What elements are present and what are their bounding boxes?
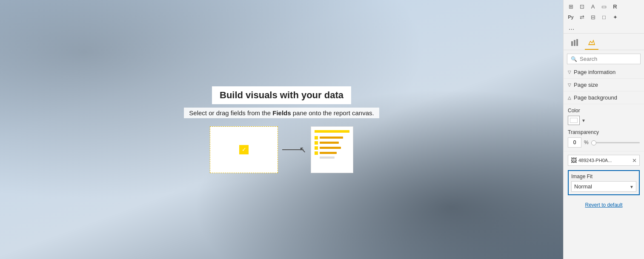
image-fit-section: Image Fit Normal Fit Fill Tile ▼ [568, 170, 640, 195]
vis-card-right [311, 126, 353, 173]
transparency-slider-track[interactable] [591, 142, 640, 143]
list-check-3 [315, 146, 318, 150]
more-options[interactable]: ... [566, 23, 641, 32]
section-page-size[interactable]: ▽ Page size [564, 79, 644, 91]
list-check-2 [315, 141, 318, 145]
format-panel: ⊞ ⊡ A ▭ R Py ⇄ ⊟ □ ✦ ... [563, 0, 644, 259]
illustration: ✓ ↖ [210, 126, 353, 173]
cursor-tool-icon[interactable]: ⊡ [577, 2, 587, 11]
list-spacer [315, 157, 318, 158]
image-fit-select[interactable]: Normal Fit Fill Tile [571, 181, 636, 192]
section-label-page-size: Page size [574, 82, 598, 88]
file-close-button[interactable]: ✕ [632, 157, 637, 164]
transparency-row: % [568, 137, 640, 148]
list-bar-5 [320, 157, 335, 159]
subtitle-box: Select or drag fields from the Fields pa… [184, 109, 379, 117]
arrow-connector: ↖ [282, 145, 306, 155]
transparency-slider-thumb[interactable] [591, 140, 596, 145]
report-canvas: Build visuals with your data Select or d… [0, 0, 563, 259]
section-label-page-background: Page background [574, 94, 617, 101]
revert-to-default-link[interactable]: Revert to default [564, 199, 644, 211]
transparency-pct: % [584, 139, 589, 145]
toolbar-icons: ⊞ ⊡ A ▭ R Py ⇄ ⊟ □ ✦ ... [564, 0, 644, 34]
image-fit-select-wrapper[interactable]: Normal Fit Fill Tile ▼ [571, 181, 636, 192]
list-row-3 [315, 146, 349, 150]
list-row-1 [315, 136, 349, 139]
section-label-page-information: Page information [574, 69, 615, 75]
list-bar-4 [320, 152, 337, 154]
search-input[interactable] [580, 56, 637, 62]
list-bar-1 [320, 137, 343, 139]
color-label: Color [568, 108, 640, 114]
headline-box: Build visuals with your data [212, 86, 351, 104]
svg-rect-0 [571, 41, 573, 46]
section-chevron-page-info: ▽ [568, 70, 571, 74]
box-icon[interactable]: □ [599, 12, 609, 22]
shape-icon[interactable]: ▭ [599, 2, 609, 11]
transparency-input[interactable] [568, 137, 581, 148]
section-chevron-page-bg: △ [568, 95, 571, 100]
color-swatch-button[interactable] [568, 116, 580, 125]
headline-text: Build visuals with your data [220, 90, 343, 100]
list-row-5 [315, 157, 349, 159]
list-row-2 [315, 141, 349, 145]
file-name-text: 489243-PH0A... [578, 158, 630, 163]
search-icon: 🔍 [571, 56, 577, 62]
table-icon[interactable]: ⊟ [588, 12, 598, 22]
icon-row-2: Py ⇄ ⊟ □ ✦ [566, 12, 641, 22]
text-icon[interactable]: A [588, 2, 598, 11]
list-row-4 [315, 151, 349, 155]
checkmark-icon: ✓ [239, 145, 249, 154]
section-page-background[interactable]: △ Page background [564, 91, 644, 104]
list-bar-2 [320, 142, 339, 144]
r-icon[interactable]: R [610, 2, 620, 11]
tab-bar [564, 34, 644, 50]
transparency-label: Transparency [568, 129, 640, 135]
icon-row-1: ⊞ ⊡ A ▭ R [566, 2, 641, 11]
subtitle-text: Select or drag fields from the Fields pa… [184, 108, 379, 118]
list-check-1 [315, 136, 318, 139]
search-box[interactable]: 🔍 [567, 54, 641, 64]
vis-card-left: ✓ [210, 126, 278, 173]
tab-visualizations[interactable] [568, 36, 581, 50]
sparkle-icon[interactable]: ✦ [610, 12, 620, 22]
section-chevron-page-size: ▽ [568, 83, 571, 87]
image-file-row: 🖼 489243-PH0A... ✕ [568, 155, 640, 166]
color-swatch-inner [570, 118, 578, 123]
image-fit-label: Image Fit [571, 174, 636, 179]
arrow-line [282, 149, 303, 150]
card-top-bar [315, 130, 349, 133]
color-picker-row: ▼ [568, 116, 640, 125]
file-image-icon: 🖼 [571, 157, 577, 164]
color-dropdown-chevron[interactable]: ▼ [581, 118, 586, 123]
page-background-content: Color ▼ Transparency % [564, 104, 644, 151]
list-bar-3 [320, 147, 341, 149]
list-check-4 [315, 151, 318, 155]
svg-rect-1 [574, 40, 575, 46]
svg-rect-2 [576, 39, 578, 46]
grid-icon[interactable]: ⊞ [566, 2, 575, 11]
tab-format[interactable] [585, 36, 598, 50]
python-icon[interactable]: Py [566, 12, 575, 22]
section-page-information[interactable]: ▽ Page information [564, 66, 644, 79]
canvas-content: Build visuals with your data Select or d… [184, 86, 379, 173]
exchange-icon[interactable]: ⇄ [577, 12, 587, 22]
